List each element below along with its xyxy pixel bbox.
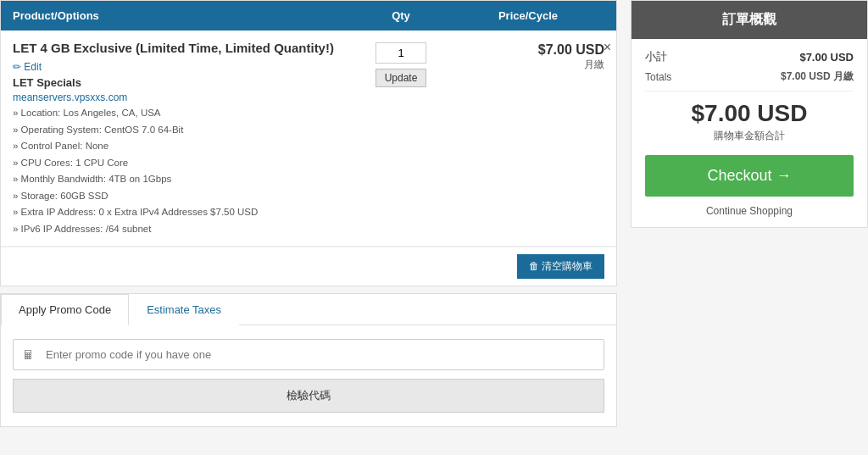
promo-icon: 🖩 [14, 348, 42, 362]
tabs-header: Apply Promo Code Estimate Taxes [1, 294, 616, 325]
update-button[interactable]: Update [376, 69, 427, 87]
total-amount: $7.00 USD [645, 100, 854, 127]
specials-title: LET Specials [13, 76, 350, 89]
promo-input[interactable] [42, 340, 604, 369]
product-specs: » Location: Los Angeles, CA, USA» Operat… [13, 105, 350, 237]
subtotal-row: 小計 $7.00 USD [645, 49, 854, 64]
promo-input-row: 🖩 [13, 339, 604, 370]
totals-row: Totals $7.00 USD 月繳 [645, 69, 854, 84]
tabs-section: Apply Promo Code Estimate Taxes 🖩 檢驗代碼 [0, 293, 617, 427]
tab-estimate-taxes[interactable]: Estimate Taxes [129, 294, 239, 325]
subtotal-value: $7.00 USD [799, 51, 854, 64]
validate-button[interactable]: 檢驗代碼 [13, 379, 604, 413]
product-info: LET 4 GB Exclusive (Limited Time, Limite… [13, 39, 350, 237]
product-name: LET 4 GB Exclusive (Limited Time, Limite… [13, 39, 350, 57]
continue-shopping-link[interactable]: Continue Shopping [645, 205, 854, 217]
order-summary-title: 訂單概觀 [632, 1, 867, 39]
remove-button[interactable]: × [604, 41, 611, 54]
subtotal-label: 小計 [645, 49, 667, 64]
edit-link[interactable]: ✏ Edit [13, 61, 42, 73]
col-product-label: Product/Options [13, 9, 350, 22]
total-sublabel: 購物車金額合計 [645, 129, 854, 143]
col-price-label: Price/Cycle [452, 9, 604, 22]
price-column: $7.00 USD 月繳 × [452, 39, 604, 72]
product-link[interactable]: meanservers.vpsxxs.com [13, 92, 127, 103]
checkout-button[interactable]: Checkout → [645, 155, 854, 197]
qty-column: Update [350, 39, 452, 87]
table-header: Product/Options Qty Price/Cycle [1, 1, 616, 31]
summary-body: 小計 $7.00 USD Totals $7.00 USD 月繳 $7.00 U… [632, 39, 867, 227]
price-cycle: 月繳 [584, 58, 604, 72]
price-amount: $7.00 USD [538, 42, 604, 58]
col-qty-label: Qty [350, 9, 452, 22]
tab-content-promo: 🖩 檢驗代碼 [1, 325, 616, 426]
product-row: LET 4 GB Exclusive (Limited Time, Limite… [1, 31, 616, 247]
qty-input[interactable] [376, 42, 426, 64]
totals-label: Totals [645, 71, 671, 83]
order-summary-panel: 訂單概觀 小計 $7.00 USD Totals $7.00 USD 月繳 $7… [631, 0, 868, 228]
clear-cart-row: 🗑 清空購物車 [1, 247, 616, 286]
totals-value: $7.00 USD 月繳 [781, 69, 854, 84]
tab-promo[interactable]: Apply Promo Code [1, 294, 129, 325]
clear-cart-button[interactable]: 🗑 清空購物車 [517, 254, 604, 279]
divider [645, 91, 854, 92]
